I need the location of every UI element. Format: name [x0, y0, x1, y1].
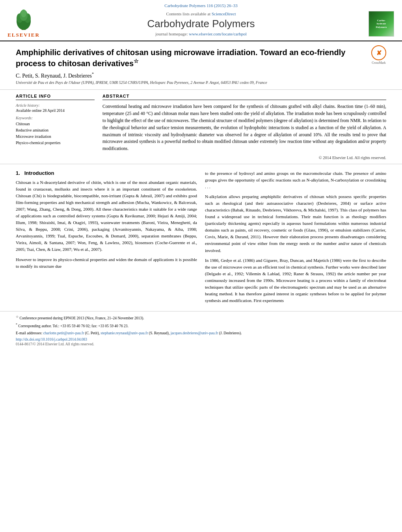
footnote-corresponding: * Corresponding author. Tel.: +33 05 59 … [16, 323, 386, 329]
issn-text: 0144-8617/© 2014 Elsevier Ltd. All right… [16, 342, 386, 346]
logo-text: Carbo-hydratePolymers [376, 19, 387, 29]
intro-para-right-2-text: N-alkylation allows preparing amphiphili… [205, 194, 386, 252]
intro-para-right-3-text: In 1986, Gedye et al. (1986) and Giguere… [205, 258, 386, 303]
abstract-heading: ABSTRACT [102, 94, 386, 100]
abstract-col: ABSTRACT Conventional heating and microw… [102, 94, 386, 160]
email3-note: (J. Desbrieres). [219, 331, 242, 335]
intro-para-1-text: Chitosan is a N-deacetylated derivative … [16, 180, 197, 252]
footnote-star-text: Conference presented during EPNOE 2013 (… [19, 316, 144, 320]
elsevier-tree-icon [12, 9, 35, 31]
keyword-4: Physico-chemical properties [16, 140, 95, 146]
carbohydrate-polymers-logo: Carbo-hydratePolymers [368, 11, 394, 37]
email2-link[interactable]: stephanie.reynaud@univ-pau.fr [100, 331, 148, 335]
intro-para-2-text: However to improve its physico-chemical … [16, 257, 197, 269]
article-history-label: Article history: [16, 103, 95, 108]
elsevier-label: ELSEVIER [7, 32, 40, 38]
body-col-left: 1. Introduction Chitosan is a N-deacetyl… [16, 170, 197, 307]
intro-para-1: Chitosan is a N-deacetylated derivative … [16, 179, 197, 253]
article-available-date: Available online 28 April 2014 [16, 108, 95, 113]
intro-para-right-3: In 1986, Gedye et al. (1986) and Giguere… [205, 257, 386, 304]
keywords-label: Keywords: [16, 116, 95, 120]
copyright-line: © 2014 Elsevier Ltd. All rights reserved… [102, 156, 386, 160]
article-info-col: ARTICLE INFO Article history: Available … [16, 94, 95, 160]
journal-title: Carbohydrate Polymers [39, 18, 363, 30]
authors-text: C. Petit, S. Reynaud, J. Desbrieres [16, 72, 92, 78]
crossmark-icon: ✘ [371, 45, 386, 60]
body-col-right: to the presence of hydroxyl and amino gr… [205, 170, 386, 307]
elsevier-logo: ELSEVIER [8, 9, 39, 38]
journal-logo-right: Carbo-hydratePolymers [363, 11, 394, 37]
email3-link[interactable]: jacques.desbrieres@univ-pau.fr [171, 331, 218, 335]
article-info-abstract-section: ARTICLE INFO Article history: Available … [0, 90, 402, 164]
email2-note: (S. Reynaud), [149, 331, 170, 335]
doi-link[interactable]: http://dx.doi.org/10.1016/j.carbpol.2014… [16, 337, 386, 341]
section-title: Introduction [24, 170, 54, 176]
abstract-text: Conventional heating and microwave irrad… [102, 103, 386, 152]
journal-ref: Carbohydrate Polymers 116 (2015) 26–33 [8, 3, 394, 8]
article-header: Amphiphilic derivatives of chitosan usin… [0, 41, 402, 90]
homepage-line: journal homepage: www.elsevier.com/locat… [39, 32, 363, 36]
journal-header: Carbohydrate Polymers 116 (2015) 26–33 E… [0, 0, 402, 41]
keyword-2: Reductive amination [16, 127, 95, 133]
keywords-list: Chitosan Reductive amination Microwave i… [16, 121, 95, 146]
corresponding-star: * [92, 72, 94, 76]
article-title-star: ☆ [134, 58, 139, 64]
crossmark-label: CrossMark [371, 61, 386, 65]
footnote-corresponding-text: Corresponding author. Tel.: +33 05 59 40… [18, 324, 128, 328]
intro-para-right-1-text: to the presence of hydroxyl and amino gr… [205, 171, 386, 189]
homepage-url[interactable]: www.elsevier.com/locate/carbpol [189, 32, 247, 36]
keyword-3: Microwave irradiation [16, 133, 95, 140]
footer-notes: ☆ Conference presented during EPNOE 2013… [16, 315, 386, 346]
article-affiliation: Université de Pau et des Pays de l'Adour… [16, 80, 367, 85]
intro-para-right-2: N-alkylation allows preparing amphiphili… [205, 193, 386, 254]
intro-para-2: However to improve its physico-chemical … [16, 256, 197, 270]
journal-center: Contents lists available at ScienceDirec… [39, 11, 363, 36]
journal-meta-row: ELSEVIER Contents lists available at Sci… [8, 9, 394, 38]
introduction-title: 1. Introduction [16, 170, 197, 176]
intro-para-right-1: to the presence of hydroxyl and amino gr… [205, 170, 386, 190]
article-title: Amphiphilic derivatives of chitosan usin… [16, 47, 367, 69]
footnote-email: E-mail addresses: charlotte.petit@univ-p… [16, 331, 386, 336]
homepage-label: journal homepage: [155, 32, 188, 36]
email1-link[interactable]: charlotte.petit@univ-pau.fr [43, 331, 84, 335]
article-footer: ☆ Conference presented during EPNOE 2013… [0, 311, 402, 348]
footnote-star: ☆ Conference presented during EPNOE 2013… [16, 315, 386, 321]
contents-text: Contents lists available at [166, 11, 210, 16]
svg-point-5 [21, 9, 26, 17]
contents-line: Contents lists available at ScienceDirec… [39, 11, 363, 16]
email-label: E-mail addresses: [16, 331, 42, 335]
article-authors: C. Petit, S. Reynaud, J. Desbrieres* [16, 72, 367, 79]
section-number: 1. [16, 170, 20, 176]
article-title-text: Amphiphilic derivatives of chitosan usin… [16, 48, 345, 68]
body-section: 1. Introduction Chitosan is a N-deacetyl… [0, 164, 402, 311]
keyword-1: Chitosan [16, 121, 95, 127]
email1-name: (C. Petit), [85, 331, 100, 335]
page-wrapper: Carbohydrate Polymers 116 (2015) 26–33 E… [0, 0, 402, 348]
sciencedirect-link[interactable]: ScienceDirect [212, 11, 236, 16]
crossmark-container: ✘ CrossMark [371, 45, 386, 65]
article-info-heading: ARTICLE INFO [16, 94, 95, 100]
